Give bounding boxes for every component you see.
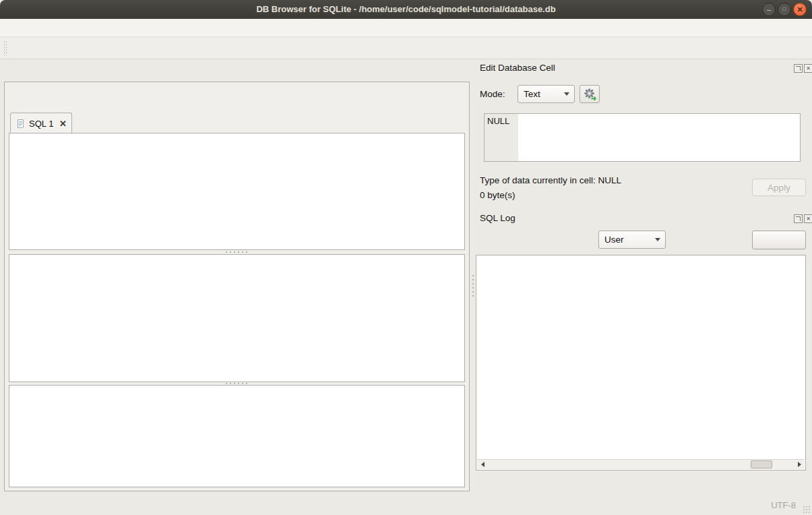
sql-tab-close-icon[interactable]: ✕ [59,119,67,129]
sql-editor[interactable] [9,133,465,250]
log-horizontal-scrollbar[interactable] [477,459,805,469]
chevron-down-icon [650,231,665,248]
gear-icon [583,87,597,101]
minimize-button[interactable]: – [762,3,776,16]
mode-value: Text [518,89,559,99]
edit-cell-title: Edit Database Cell [480,63,555,73]
chevron-down-icon [559,86,574,102]
close-button[interactable]: ✕ [793,3,807,16]
sql-log-view[interactable] [476,255,806,471]
log-filter-value: User [599,235,650,245]
cell-value-editor[interactable]: NULL [484,113,801,162]
results-grid[interactable] [9,254,465,382]
edit-cell-close-icon[interactable]: ✕ [804,64,812,73]
sql-file-icon [15,119,26,129]
toolbar-drag-handle[interactable] [3,40,7,55]
mode-select[interactable]: Text [518,85,575,103]
execute-sql-page: SQL 1 ✕ [4,82,470,491]
window-title: DB Browser for SQLite - /home/user/code/… [0,0,812,19]
menubar [0,19,812,37]
main-vertical-splitter[interactable] [470,82,475,491]
cell-value: NULL [485,114,518,161]
sql-log-title: SQL Log [480,213,516,223]
auto-apply-button[interactable] [580,85,600,103]
apply-button: Apply [752,179,806,196]
edit-cell-float-icon[interactable] [794,64,803,73]
scrollbar-thumb[interactable] [751,460,772,468]
encoding-status: UTF-8 [771,500,796,510]
sql-tab[interactable]: SQL 1 ✕ [10,113,72,133]
sql-log-close-icon[interactable]: ✕ [804,214,812,223]
clear-log-button[interactable] [752,231,806,249]
log-filter-select[interactable]: User [598,231,666,249]
sql-log-float-icon[interactable] [794,214,803,223]
resize-grip[interactable] [803,506,811,514]
maximize-button[interactable]: □ [778,3,791,16]
cell-type-info: Type of data currently in cell: NULL [480,175,621,185]
scroll-right-icon[interactable] [794,460,805,469]
sql-tab-label: SQL 1 [29,119,53,129]
mode-label: Mode: [480,89,505,99]
scroll-left-icon[interactable] [477,460,488,469]
titlebar[interactable]: DB Browser for SQLite - /home/user/code/… [0,0,812,19]
cell-size-info: 0 byte(s) [480,190,516,200]
execution-output[interactable] [9,385,465,487]
main-toolbar [0,37,812,59]
